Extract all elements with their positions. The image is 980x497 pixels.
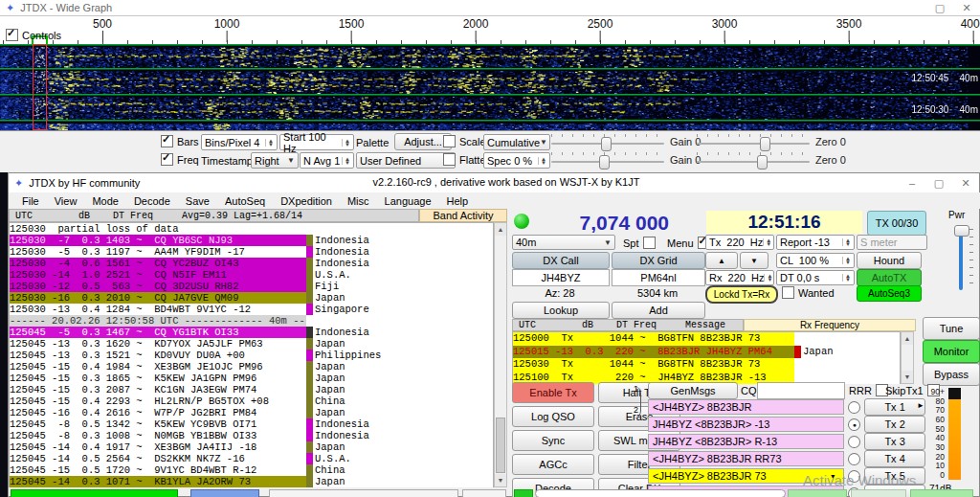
decode-row[interactable]: 125045 -5 0.3 1467 ~ CQ YG1BTK OI33 Indo…	[10, 327, 493, 338]
lock-txrx-button[interactable]: Lockd Tx=Rx	[705, 285, 778, 304]
decode-row[interactable]: 125030 -12 0.5 563 ~ CQ 3D2USU RH82 Fiji	[10, 281, 493, 292]
decode-row[interactable]: 125030 -14 1.0 2521 ~ CQ N5IF EM11 U.S.A…	[10, 269, 493, 281]
tx-slot-button[interactable]: Tx 4	[864, 450, 925, 467]
decode-row[interactable]: 125030 -4 0.6 1561 ~ CQ YC2BUZ OI43 Indo…	[10, 258, 493, 269]
spinner-arrows-icon[interactable]: ▲▼	[342, 157, 350, 165]
dx-call-button[interactable]: DX Call	[512, 252, 610, 269]
freq-checkbox-box[interactable]	[161, 153, 173, 166]
tx-select-radio[interactable]	[848, 453, 860, 465]
maximize-icon[interactable]: ▢	[925, 177, 952, 190]
add-button[interactable]: Add	[612, 302, 705, 319]
band-activity-scrollbar[interactable]: ▲ ▼	[494, 222, 507, 487]
gain-slider-1[interactable]	[551, 134, 664, 147]
decode-message[interactable]: 125030 partial loss of data	[10, 223, 306, 235]
scroll-up-icon[interactable]: ▲	[902, 332, 913, 345]
decode-row[interactable]: 125045 -15 0.3 2087 ~ KC1GN JA3EGW PM74 …	[10, 384, 493, 395]
decode-row[interactable]: 125030 -5 0.3 1197 ~ AA4M YF9DIM -17 Ind…	[10, 246, 493, 258]
decode-message[interactable]: ------ 20.02.26 12:50:58 UTC -----------…	[10, 315, 306, 327]
decode-row[interactable]: 125045 -14 0.5 2564 ~ DS2KKM NK7Z -16 U.…	[10, 453, 493, 464]
decode-message[interactable]: 125045 -15 0.4 1984 ~ XE3BGM JE1OJC PM96	[10, 361, 306, 373]
action-button[interactable]: Log QSO	[512, 406, 594, 427]
decode-row[interactable]: 125045 -15 0.4 1984 ~ XE3BGM JE1OJC PM96…	[10, 361, 493, 373]
decode-row[interactable]: 125045 -15 0.3 1865 ~ K5KEW JA1GPN PM96 …	[10, 373, 493, 384]
decode-row[interactable]: 125045 -8 0.3 1008 ~ N0MGB YB1BBW OI33 I…	[10, 430, 493, 441]
monitor-button[interactable]: Monitor	[923, 340, 980, 363]
controls-checkbox[interactable]: Controls	[6, 29, 61, 41]
menu-item[interactable]: Decode	[126, 194, 178, 208]
tx-message-field[interactable]: JH4BYZ <8B23BJR> R-13	[648, 434, 844, 449]
menu-item[interactable]: View	[47, 194, 85, 208]
freq-checkbox[interactable]: Freq	[161, 153, 199, 166]
tx-select-radio[interactable]	[848, 436, 860, 448]
band-selector[interactable]: 40m ▼	[512, 235, 615, 250]
spinner-arrows-icon[interactable]: ▲▼	[842, 257, 851, 264]
tx-slot-button[interactable]: Tx 3	[864, 433, 925, 450]
gain-slider-2[interactable]	[551, 152, 664, 166]
spinner-arrows-icon[interactable]: ▲▼	[538, 157, 546, 165]
scale-checkbox[interactable]: Scale	[443, 135, 486, 147]
chevron-down-icon[interactable]	[826, 435, 839, 448]
wanted-checkbox[interactable]: Wanted	[782, 286, 835, 299]
wanted-checkbox-box[interactable]	[782, 286, 794, 299]
decode-message[interactable]: 125030 -13 0.4 1284 ~ BD4WBT 9V1YC -12	[10, 304, 306, 315]
decode-row[interactable]: 125015 -13 0.3 220 ~ 8B23BJR JH4BYZ PM64…	[513, 346, 900, 359]
lookup-button[interactable]: Lookup	[512, 302, 610, 319]
bins-pixel-spinner[interactable]: Bins/Pixel 4 ▲▼	[201, 134, 278, 150]
flatten-checkbox-box[interactable]	[443, 153, 456, 166]
decode-message[interactable]: 125045 -15 0.3 2087 ~ KC1GN JA3EGW PM74	[10, 384, 306, 395]
dx-grid-field[interactable]: PM64nl	[612, 269, 705, 286]
slider-handle[interactable]	[760, 137, 770, 151]
freq-up-button[interactable]: ▲	[705, 252, 738, 269]
mode-combo[interactable]: Cumulative ▼	[483, 134, 550, 150]
decode-message[interactable]: 125045 -14 0.4 1917 ~ XE3BGM JA4IIJ -18	[10, 441, 306, 453]
rrr-checkbox[interactable]: RRR	[849, 384, 888, 396]
autotx-button[interactable]: AutoTX	[857, 269, 922, 286]
menu-item[interactable]: DXpedition	[273, 194, 340, 208]
menu-item[interactable]: File	[14, 194, 47, 208]
spinner-arrows-icon[interactable]: ▲▼	[764, 274, 772, 282]
spt-checkbox[interactable]: Spt	[623, 237, 656, 249]
dx-call-field[interactable]: JH4BYZ	[512, 269, 610, 286]
autoseq-button[interactable]: AutoSeq3	[857, 285, 922, 302]
decode-message[interactable]: 125030 -12 0.5 563 ~ CQ 3D2USU RH82	[10, 281, 306, 292]
spt-checkbox-box[interactable]	[643, 237, 656, 249]
decode-row[interactable]: 125030 -16 0.3 2010 ~ CQ JA7GVE QM09 Jap…	[10, 292, 493, 304]
decode-row[interactable]: 125030 partial loss of data	[10, 223, 493, 235]
tx-slot-button[interactable]: Tx 2	[864, 416, 925, 433]
dx-grid-button[interactable]: DX Grid	[612, 252, 705, 269]
menu-checkbox[interactable]: Menu	[667, 237, 710, 249]
tx-message-field[interactable]: JH4BYZ <8B23BJR> -13	[648, 417, 844, 432]
decode-row[interactable]: 125045 -15 0.5 1720 ~ 9V1YC BD4WBT R-12 …	[10, 464, 493, 476]
decode-message[interactable]: 125045 -13 0.3 1521 ~ KD0VUY DU0A +00	[10, 350, 306, 361]
scroll-up-icon[interactable]: ▲	[495, 223, 506, 236]
palette-combo[interactable]: User Defined ▼	[356, 152, 456, 169]
decode-message[interactable]: 125045 -15 0.5 1720 ~ 9V1YC BD4WBT R-12	[10, 464, 306, 476]
menu-item[interactable]: Help	[439, 194, 477, 208]
menu-item[interactable]: Mode	[84, 194, 126, 208]
tune-button[interactable]: Tune	[923, 317, 980, 340]
menu-item[interactable]: Language	[377, 194, 439, 208]
rx-frequency-scrollbar[interactable]: ▲ ▼	[901, 331, 914, 384]
controls-checkbox-box[interactable]	[6, 29, 18, 41]
close-icon[interactable]: ✕	[952, 177, 979, 190]
tx-time-button[interactable]: TX 00/30	[867, 211, 926, 236]
bars-checkbox-box[interactable]	[161, 135, 173, 147]
decode-row[interactable]: 125045 -14 0.4 1917 ~ XE3BGM JA4IIJ -18 …	[10, 441, 493, 453]
slider-handle[interactable]	[601, 137, 612, 151]
decode-row[interactable]: 125045 -15 0.4 2293 ~ HL2LRN/P BG5TOX +0…	[10, 395, 493, 407]
decode-message[interactable]: 125000 Tx 1044 ~ BG8TFN 8B23BJR 73	[513, 332, 794, 346]
wide-graph-titlebar[interactable]: ✦ JTDX - Wide Graph ▢ ✕	[0, 0, 980, 15]
scrollbar-thumb[interactable]	[496, 418, 505, 473]
decode-message[interactable]: 125045 -8 0.3 1008 ~ N0MGB YB1BBW OI33	[10, 430, 306, 441]
decode-message[interactable]: 125045 -14 0.5 2564 ~ DS2KKM NK7Z -16	[10, 453, 306, 464]
tx-period-1-label[interactable]: 1	[634, 384, 638, 394]
decode-message[interactable]: 125045 -16 0.4 2616 ~ W7P/P JG2BRI PM84	[10, 407, 306, 418]
bypass-button[interactable]: Bypass	[923, 363, 980, 386]
report-spinner[interactable]: Report -13 ▲▼	[776, 235, 855, 250]
decode-message[interactable]: 125030 Tx 1044 ~ BG8TFN 8B23BJR 73	[513, 358, 794, 372]
scale-checkbox-box[interactable]	[443, 135, 456, 147]
spinner-arrows-icon[interactable]: ▲▼	[265, 139, 274, 147]
decode-row[interactable]: 125045 -13 0.3 1521 ~ KD0VUY DU0A +00 Ph…	[10, 350, 493, 361]
tx-freq-spinner[interactable]: Tx 220 Hz ▲▼	[705, 235, 774, 250]
spinner-arrows-icon[interactable]: ▲▼	[342, 139, 350, 147]
